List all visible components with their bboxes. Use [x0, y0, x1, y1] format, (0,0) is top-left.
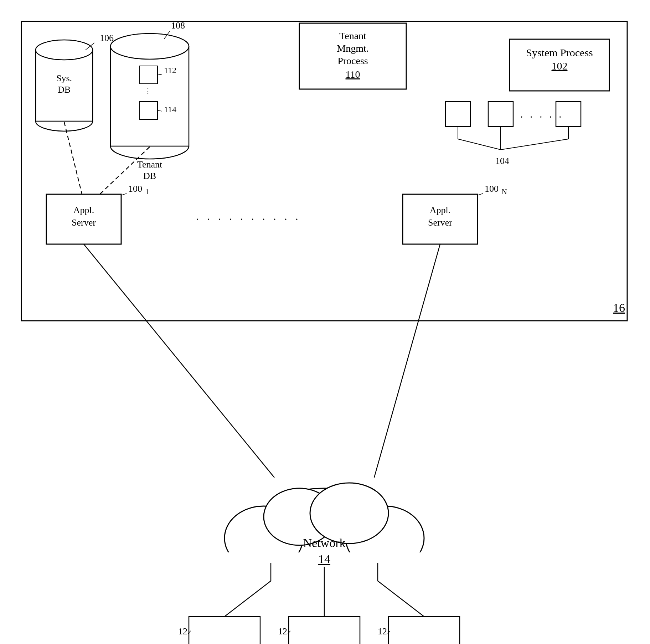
svg-text:N: N — [502, 188, 507, 196]
svg-text:DB: DB — [58, 84, 71, 95]
svg-line-41 — [478, 194, 483, 195]
svg-text:12: 12 — [378, 626, 387, 637]
svg-rect-0 — [21, 21, 627, 321]
svg-rect-81 — [388, 617, 460, 644]
svg-text:⋮: ⋮ — [144, 87, 151, 95]
svg-rect-45 — [556, 102, 581, 127]
svg-rect-36 — [403, 194, 478, 244]
svg-rect-71 — [189, 617, 260, 644]
svg-point-10 — [36, 40, 93, 60]
svg-text:Sys.: Sys. — [56, 73, 72, 83]
svg-text:1: 1 — [145, 188, 149, 196]
svg-text:Tenant: Tenant — [339, 30, 366, 41]
svg-point-16 — [110, 34, 189, 59]
svg-line-25 — [158, 74, 162, 75]
svg-text:104: 104 — [495, 156, 509, 166]
svg-line-48 — [458, 139, 501, 150]
svg-text:Server: Server — [428, 217, 452, 228]
svg-text:108: 108 — [171, 20, 185, 31]
svg-point-60 — [310, 483, 388, 543]
svg-rect-4 — [299, 23, 406, 89]
svg-line-75 — [188, 631, 191, 634]
svg-text:System Process: System Process — [526, 47, 593, 58]
svg-line-70 — [378, 581, 424, 617]
svg-text:14: 14 — [318, 552, 330, 566]
svg-text:Appl.: Appl. — [73, 205, 94, 215]
svg-point-56 — [253, 488, 396, 574]
svg-text:Server: Server — [72, 217, 96, 228]
svg-rect-21 — [140, 66, 158, 84]
svg-rect-22 — [140, 102, 158, 119]
svg-text:12: 12 — [178, 626, 187, 637]
svg-line-80 — [288, 631, 290, 634]
svg-text:16: 16 — [613, 301, 625, 314]
svg-rect-44 — [488, 102, 513, 127]
svg-text:. . . . .: . . . . . — [520, 108, 564, 120]
diagram-container: System Process 102 Tenant Mngmt. Process… — [0, 0, 650, 644]
svg-line-51 — [501, 139, 568, 150]
svg-point-59 — [264, 488, 335, 545]
svg-line-55 — [374, 244, 440, 478]
svg-text:100: 100 — [128, 184, 142, 194]
svg-rect-76 — [289, 617, 360, 644]
svg-text:114: 114 — [164, 105, 176, 114]
svg-line-35 — [121, 194, 127, 195]
svg-rect-43 — [445, 102, 470, 127]
svg-line-28 — [64, 122, 82, 194]
svg-line-29 — [100, 147, 150, 194]
svg-point-58 — [346, 506, 424, 570]
svg-line-20 — [164, 31, 170, 39]
svg-rect-61 — [226, 552, 422, 581]
svg-rect-1 — [510, 39, 609, 91]
svg-text:Appl.: Appl. — [430, 205, 451, 215]
svg-text:112: 112 — [164, 66, 176, 75]
svg-text:12: 12 — [278, 626, 287, 637]
svg-line-68 — [225, 581, 271, 617]
svg-point-57 — [225, 506, 303, 570]
svg-text:Process: Process — [337, 55, 368, 66]
svg-line-85 — [388, 631, 390, 634]
diagram-svg: System Process 102 Tenant Mngmt. Process… — [0, 0, 650, 644]
svg-text:DB: DB — [143, 171, 156, 181]
svg-text:· · · · · · · · · ·: · · · · · · · · · · — [196, 213, 301, 225]
svg-rect-9 — [36, 50, 93, 121]
svg-text:106: 106 — [100, 33, 114, 43]
svg-text:Tenant: Tenant — [137, 159, 162, 170]
svg-line-54 — [84, 244, 274, 478]
svg-text:100: 100 — [485, 184, 499, 194]
svg-rect-15 — [110, 46, 189, 146]
svg-text:110: 110 — [346, 69, 360, 80]
svg-text:Network: Network — [303, 536, 346, 550]
svg-text:102: 102 — [552, 60, 568, 72]
svg-line-14 — [86, 43, 94, 50]
svg-rect-30 — [46, 194, 121, 244]
svg-line-27 — [158, 110, 162, 111]
svg-text:Mngmt.: Mngmt. — [337, 43, 368, 54]
